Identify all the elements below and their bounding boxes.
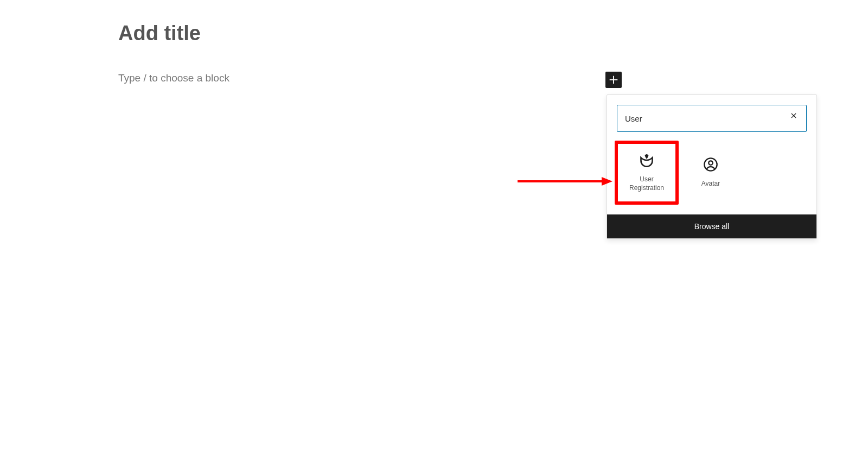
block-item-label: User: [640, 175, 653, 184]
inserter-search-clear-button[interactable]: [787, 109, 800, 122]
block-item-user-registration[interactable]: User Registration: [615, 141, 679, 205]
inserter-search-input[interactable]: [617, 105, 807, 132]
svg-point-5: [709, 161, 712, 165]
inserter-results: User Registration Avatar: [607, 137, 816, 214]
editor-canvas: Type / to choose a block: [118, 22, 607, 84]
annotation-arrow: [518, 176, 612, 189]
tulip-icon: [639, 153, 654, 168]
inserter-search-wrap: [607, 95, 816, 137]
block-inserter-popover: User Registration Avatar Browse all: [607, 94, 817, 239]
post-body-placeholder[interactable]: Type / to choose a block: [118, 72, 607, 84]
block-item-label-line2: Registration: [629, 184, 664, 193]
block-item-label: Avatar: [701, 180, 720, 188]
block-item-avatar[interactable]: Avatar: [679, 141, 743, 205]
close-icon: [790, 112, 797, 119]
block-inserter-toggle[interactable]: [605, 72, 622, 88]
avatar-icon: [703, 157, 718, 172]
browse-all-button[interactable]: Browse all: [607, 214, 816, 238]
plus-icon: [608, 74, 620, 86]
post-title-input[interactable]: [118, 22, 607, 45]
